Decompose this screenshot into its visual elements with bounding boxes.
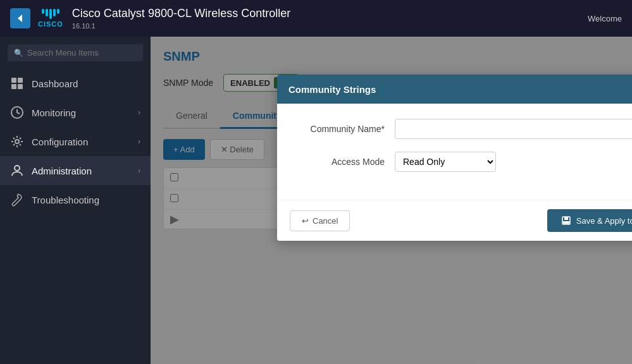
sidebar-item-administration[interactable]: Administration › (0, 156, 151, 185)
wrench-icon (10, 193, 24, 207)
svg-rect-9 (564, 217, 568, 220)
sidebar-item-troubleshooting[interactable]: Troubleshooting (0, 185, 151, 214)
access-mode-label: Access Mode (296, 157, 385, 167)
bar-1 (42, 9, 44, 14)
bar-3 (49, 9, 52, 19)
administration-chevron-icon: › (138, 166, 140, 175)
modal-header: Community Strings × (277, 75, 632, 104)
svg-marker-0 (18, 15, 22, 22)
sidebar-item-configuration[interactable]: Configuration › (0, 127, 151, 156)
search-box[interactable]: 🔍 (8, 44, 143, 61)
administration-label: Administration (32, 166, 130, 176)
community-strings-modal: Community Strings × Community Name* Acce… (277, 75, 632, 241)
cancel-icon: ↩ (302, 216, 309, 226)
app-title: Cisco Catalyst 9800-CL Wireless Controll… (72, 7, 588, 20)
header-title-area: Cisco Catalyst 9800-CL Wireless Controll… (72, 7, 588, 30)
svg-point-6 (15, 140, 19, 143)
dashboard-icon (10, 76, 24, 90)
save-icon (561, 215, 571, 226)
monitoring-label: Monitoring (32, 107, 130, 118)
save-apply-label: Save & Apply to Device (576, 216, 632, 226)
search-input[interactable] (27, 48, 137, 58)
modal-body: Community Name* Access Mode Read Only Re… (277, 104, 632, 200)
modal-title: Community Strings (288, 84, 376, 95)
community-name-label: Community Name* (296, 124, 385, 134)
bar-2 (46, 9, 48, 16)
access-mode-row: Access Mode Read Only Read Write (296, 152, 632, 172)
cancel-button[interactable]: ↩ ↩ Cancel Cancel (290, 210, 350, 231)
cisco-bars (42, 9, 59, 19)
bar-5 (57, 9, 59, 14)
main-content: SNMP SNMP Mode ENABLED 👁 General Communi… (151, 37, 632, 364)
community-name-input[interactable] (395, 119, 632, 139)
svg-point-7 (15, 166, 20, 171)
bar-4 (53, 9, 56, 16)
svg-rect-3 (11, 84, 16, 89)
monitoring-icon (10, 106, 24, 119)
configuration-chevron-icon: › (138, 137, 140, 146)
monitoring-chevron-icon: › (138, 108, 140, 117)
svg-rect-4 (18, 84, 23, 89)
config-icon (10, 135, 24, 149)
dashboard-label: Dashboard (32, 78, 140, 89)
sidebar: 🔍 Dashboard Monitoring › (0, 37, 151, 364)
save-apply-button[interactable]: Save & Apply to Device (547, 209, 632, 232)
app-header: CISCO Cisco Catalyst 9800-CL Wireless Co… (0, 0, 632, 37)
access-mode-select[interactable]: Read Only Read Write (395, 152, 496, 172)
sidebar-item-monitoring[interactable]: Monitoring › (0, 98, 151, 127)
cisco-text-logo: CISCO (38, 20, 63, 28)
community-name-row: Community Name* (296, 119, 632, 139)
svg-rect-2 (18, 78, 23, 83)
troubleshooting-label: Troubleshooting (32, 195, 140, 205)
svg-rect-10 (563, 221, 569, 224)
main-layout: 🔍 Dashboard Monitoring › (0, 37, 632, 364)
admin-icon (10, 164, 24, 178)
app-version: 16.10.1 (72, 22, 96, 30)
configuration-label: Configuration (32, 136, 130, 147)
welcome-text: Welcome (588, 14, 622, 23)
search-icon: 🔍 (14, 49, 23, 58)
svg-rect-1 (11, 78, 16, 83)
cisco-logo: CISCO (38, 9, 63, 28)
sidebar-item-dashboard[interactable]: Dashboard (0, 69, 151, 98)
modal-footer: ↩ ↩ Cancel Cancel Save & Apply to Device (277, 200, 632, 241)
back-button[interactable] (10, 8, 30, 28)
